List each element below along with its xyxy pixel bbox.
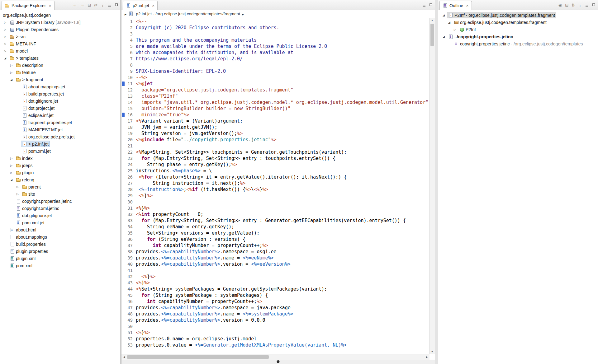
outline-item[interactable]: copyright.properties.jetinc - /org.eclip…: [438, 40, 598, 47]
code-line[interactable]: 17<%Variant variant = (Variant)argument;: [125, 118, 430, 124]
close-icon[interactable]: [152, 4, 154, 7]
tree-item[interactable]: copyright.xml.jetinc: [0, 205, 120, 212]
code-line[interactable]: 32<%int propertyCount = 0;: [125, 211, 430, 217]
code-line[interactable]: 43<%}%>: [125, 280, 430, 286]
collapsed-arrow-icon[interactable]: ▷: [10, 71, 15, 74]
trim-handle-dot[interactable]: [277, 360, 280, 363]
code-line[interactable]: 41: [125, 267, 430, 273]
collapse-all-icon[interactable]: ⊟: [88, 3, 91, 7]
tree-item[interactable]: ▷description: [0, 62, 120, 69]
tree-item[interactable]: plugin.properties: [0, 248, 120, 255]
expanded-arrow-icon[interactable]: ◢: [10, 178, 15, 181]
code-line[interactable]: 42 <%}%>: [125, 273, 430, 280]
expanded-arrow-icon[interactable]: ◢: [443, 35, 447, 38]
code-line[interactable]: 31<%}%>: [125, 205, 430, 211]
code-line[interactable]: 36 for (String eeVersion : versions) {: [125, 236, 430, 242]
collapsed-arrow-icon[interactable]: ▷: [4, 28, 8, 31]
tree-item[interactable]: ▷> src: [0, 33, 120, 40]
code-line[interactable]: 37 int capabilityNumber = propertyCount+…: [125, 242, 430, 249]
minimize-icon[interactable]: [422, 3, 426, 7]
code-line[interactable]: 28 <%=instruction%>;<%if (it.hasNext()) …: [125, 186, 430, 193]
collapsed-arrow-icon[interactable]: ▷: [17, 193, 21, 196]
collapsed-arrow-icon[interactable]: ▷: [10, 164, 15, 167]
package-explorer-tab[interactable]: Package Explorer: [2, 1, 55, 10]
tree-item[interactable]: dot.gitignore.jet: [0, 97, 120, 105]
tree-item[interactable]: copyright.properties.jetinc: [0, 198, 120, 205]
code-line[interactable]: 38provides.<%=capabilityNumber%>.namespa…: [125, 249, 430, 255]
collapsed-arrow-icon[interactable]: ▷: [10, 157, 15, 160]
tree-item[interactable]: ▷Plug-in Dependencies: [0, 26, 120, 33]
code-line[interactable]: 1<%--: [125, 18, 430, 25]
horizontal-scrollbar[interactable]: [121, 354, 430, 360]
minimize-icon[interactable]: [108, 3, 112, 7]
code-line[interactable]: 19 String version = jvm.getVersion();%>: [125, 130, 430, 137]
code-line[interactable]: 11<%@jet: [125, 81, 430, 87]
code-line[interactable]: 23 for (Map.Entry<String, Set<String>> e…: [125, 155, 430, 161]
code-line[interactable]: 44<%Set<String> systemPackages = Generat…: [125, 286, 430, 292]
sort-icon[interactable]: ⇅: [572, 3, 575, 7]
code-line[interactable]: 20<%@include file="../copyright.properti…: [125, 137, 430, 143]
tree-item[interactable]: eclipse.inf.jet: [0, 112, 120, 119]
scroll-up-icon[interactable]: [430, 18, 435, 23]
code-line[interactable]: 7https://www.eclipse.org/legal/epl-2.0/: [125, 56, 430, 62]
code-line[interactable]: 45 for (String systemPackage : systemPac…: [125, 292, 430, 298]
code-line[interactable]: 2Copyright (c) 2020 Eclipse contributors…: [125, 25, 430, 31]
code-line[interactable]: 33 for (Map.Entry<String, Set<String>> e…: [125, 217, 430, 224]
code-line[interactable]: 39provides.<%=capabilityNumber%>.name = …: [125, 255, 430, 261]
tree-item[interactable]: pom.xml.jet: [0, 219, 120, 226]
code-line[interactable]: 47provides.<%=capabilityNumber%>.namespa…: [125, 305, 430, 311]
tree-item[interactable]: > p2.inf.jet: [0, 140, 120, 147]
tree-item[interactable]: ◢> templates: [0, 54, 120, 62]
expanded-arrow-icon[interactable]: ◢: [448, 21, 453, 24]
view-menu-icon[interactable]: ⋮: [578, 3, 582, 7]
editor-tab[interactable]: p2.inf.jet: [123, 1, 158, 10]
tree-item[interactable]: org.eclipse.pde.prefs.jet: [0, 133, 120, 140]
tree-item[interactable]: ◢releng: [0, 176, 120, 183]
tree-item[interactable]: ▷jdeps: [0, 162, 120, 169]
outline-item[interactable]: ◢org.eclipse.justj.codegen.templates.fra…: [438, 19, 598, 26]
collapsed-arrow-icon[interactable]: ▷: [454, 28, 458, 31]
code-line[interactable]: 49provides.<%=capabilityNumber%>.version…: [125, 317, 430, 323]
tree-item[interactable]: pom.xml: [0, 262, 120, 269]
expanded-arrow-icon[interactable]: ◢: [4, 57, 8, 60]
tree-item[interactable]: ▷model: [0, 47, 120, 54]
tree-item[interactable]: dot.gitignore.jet: [0, 212, 120, 219]
tree-item[interactable]: build.properties: [0, 240, 120, 248]
outline-tab[interactable]: Outline: [439, 1, 472, 10]
code-line[interactable]: 21: [125, 143, 430, 149]
code-line[interactable]: 26 <%for (Iterator<String> it = entry.ge…: [125, 174, 430, 180]
link-with-editor-icon[interactable]: ⇄: [94, 3, 97, 7]
code-line[interactable]: 46 int capabilityNumber = propertyCount+…: [125, 298, 430, 305]
view-menu-icon[interactable]: ⋮: [101, 3, 105, 7]
minimize-icon[interactable]: [585, 3, 589, 7]
tree-item[interactable]: dot.project.jet: [0, 105, 120, 112]
code-line[interactable]: 15 builder="StringBuilder builder = new …: [125, 105, 430, 112]
tree-item[interactable]: about.mappings: [0, 233, 120, 240]
breadcrumb-text[interactable]: p2.inf.jet - /org.eclipse.justj.codegen/…: [136, 12, 240, 16]
code-line[interactable]: 12 package="org.eclipse.justj.codegen.te…: [125, 87, 430, 93]
back-arrow-icon[interactable]: ←: [73, 3, 77, 7]
code-line[interactable]: 8: [125, 62, 430, 68]
tree-item[interactable]: ▷index: [0, 155, 120, 162]
horizontal-scrollbar-thumb[interactable]: [127, 355, 269, 359]
code-line[interactable]: 40provides.<%=capabilityNumber%>.version…: [125, 261, 430, 267]
tree-item[interactable]: org.eclipse.justj.codegen: [0, 12, 120, 19]
code-line[interactable]: 6which accompanies this distribution, an…: [125, 49, 430, 56]
code-line[interactable]: 10--%>: [125, 74, 430, 81]
code-line[interactable]: 35 Set<String> versions = entry.getValue…: [125, 230, 430, 236]
code-line[interactable]: 48provides.<%=capabilityNumber%>.name = …: [125, 311, 430, 317]
collapsed-arrow-icon[interactable]: ▷: [4, 42, 8, 45]
tree-item[interactable]: ▷site: [0, 190, 120, 198]
tree-item[interactable]: ▷META-INF: [0, 40, 120, 47]
code-line[interactable]: 24 String phase = entry.getKey();%>: [125, 161, 430, 168]
code-line[interactable]: 14 imports="java.util.* org.eclipse.just…: [125, 99, 430, 105]
tree-item[interactable]: pom.xml.jet: [0, 147, 120, 155]
outline-item[interactable]: ◢P2Inf - org.eclipse.justj.codegen.templ…: [438, 12, 598, 19]
tree-item[interactable]: MANIFEST.MF.jet: [0, 126, 120, 133]
code-line[interactable]: 18 JVM jvm = variant.getJVM();: [125, 124, 430, 130]
code-line[interactable]: 29 <%}%>: [125, 193, 430, 199]
code-line[interactable]: 34 String eeName = entry.getKey();: [125, 224, 430, 230]
tree-item[interactable]: ◢> fragment: [0, 76, 120, 83]
code-line[interactable]: 3: [125, 31, 430, 37]
code-line[interactable]: 5are made available under the terms of t…: [125, 43, 430, 49]
